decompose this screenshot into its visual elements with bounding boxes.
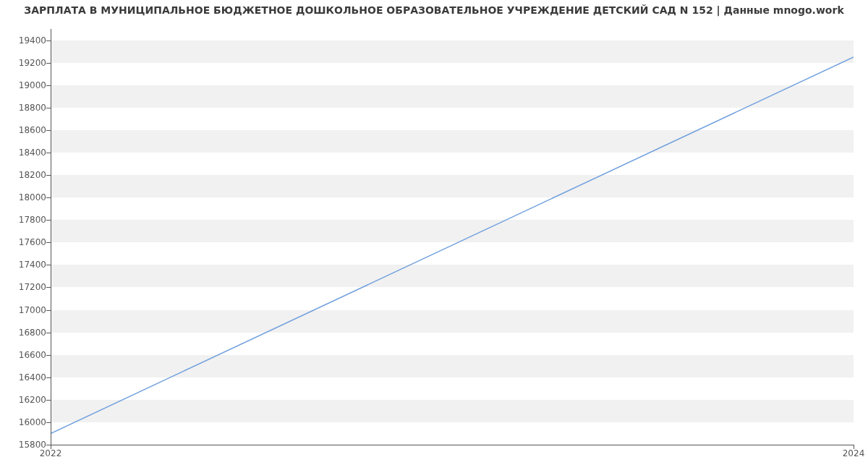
x-tick-label: 2022 [40,448,62,458]
y-tick-mark [46,153,51,153]
y-axis-line [51,29,51,445]
plot-area [51,29,854,445]
chart-container: ЗАРПЛАТА В МУНИЦИПАЛЬНОЕ БЮДЖЕТНОЕ ДОШКО… [0,0,868,470]
y-tick-label: 16200 [3,395,46,405]
line-layer [51,29,854,445]
plot-inner [51,29,854,445]
x-tick-mark [51,445,51,449]
y-tick-mark [46,63,51,64]
y-tick-mark [46,422,51,423]
y-tick-label: 18200 [3,170,46,180]
x-tick-label: 2024 [843,448,865,458]
y-tick-mark [46,242,51,243]
y-tick-mark [46,287,51,288]
y-tick-label: 19400 [3,35,46,46]
y-tick-label: 17800 [3,215,46,225]
y-tick-mark [46,400,51,401]
y-tick-label: 18400 [3,148,46,158]
y-tick-mark [46,377,51,378]
x-tick-mark [854,445,854,449]
y-tick-label: 19000 [3,80,46,90]
y-tick-mark [46,130,51,131]
y-tick-label: 16600 [3,350,46,360]
y-tick-mark [46,197,51,198]
y-tick-mark [46,220,51,221]
y-tick-label: 19200 [3,58,46,68]
y-tick-label: 16800 [3,328,46,338]
y-tick-label: 18800 [3,103,46,113]
chart-title: ЗАРПЛАТА В МУНИЦИПАЛЬНОЕ БЮДЖЕТНОЕ ДОШКО… [0,4,868,16]
y-tick-label: 16400 [3,372,46,383]
y-tick-mark [46,310,51,311]
y-tick-mark [46,40,51,41]
y-tick-mark [46,355,51,356]
y-tick-label: 17000 [3,305,46,315]
y-tick-label: 17200 [3,282,46,292]
y-tick-label: 18600 [3,125,46,135]
y-tick-mark [46,175,51,176]
y-tick-label: 17600 [3,237,46,247]
series-line [51,57,854,434]
y-tick-mark [46,85,51,86]
x-axis-line [51,445,854,445]
y-tick-mark [46,265,51,265]
y-tick-mark [46,333,51,333]
y-tick-label: 17400 [3,260,46,270]
y-tick-mark [46,108,51,108]
y-tick-label: 16000 [3,417,46,427]
y-tick-label: 18000 [3,192,46,202]
